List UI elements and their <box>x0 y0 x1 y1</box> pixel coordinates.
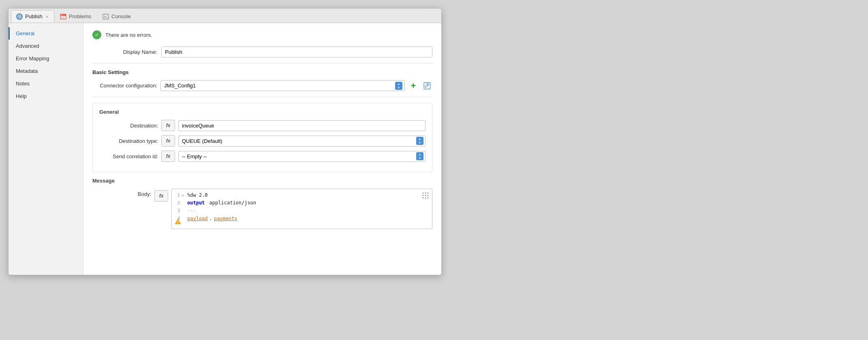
sidebar-notes-label: Notes <box>16 81 30 87</box>
code-line-3: 3 --- <box>174 207 429 215</box>
message-section-title: Message <box>92 178 432 184</box>
sidebar-help-label: Help <box>16 93 27 99</box>
body-row: Body: fx 1 ⊖ %dw 2.0 2 <box>92 189 432 229</box>
svg-rect-6 <box>61 17 64 17</box>
svg-point-12 <box>423 193 424 194</box>
destination-label: Destination: <box>99 123 158 129</box>
content-panel: ✓ There are no errors. Display Name: Bas… <box>83 23 441 275</box>
svg-point-17 <box>428 195 429 196</box>
code-text-app-json: application/json <box>210 199 257 207</box>
display-name-input[interactable] <box>161 47 432 57</box>
svg-rect-10 <box>424 83 430 89</box>
console-icon <box>103 13 109 20</box>
sidebar: General Advanced Error Mapping Metadata … <box>9 23 83 275</box>
divider-1 <box>92 63 432 64</box>
check-icon: ✓ <box>92 30 101 39</box>
scatter-button[interactable] <box>421 191 430 201</box>
tab-bar: Publish × Problems <box>9 8 441 23</box>
code-text-1: %dw 2.0 <box>187 191 208 199</box>
code-text-dashes: --- <box>187 207 196 215</box>
line-num-1: 1 <box>174 192 180 199</box>
destination-row: Destination: fx <box>99 120 425 131</box>
connector-config-select[interactable]: JMS_Config1 <box>160 80 405 91</box>
code-editor-inner: 1 ⊖ %dw 2.0 2 output application/json 3 <box>172 189 432 225</box>
general-section: General Destination: fx Destination type… <box>92 103 432 172</box>
connector-config-label: Connector configuration: <box>92 83 157 89</box>
publish-tab-icon <box>16 13 23 20</box>
svg-point-20 <box>428 198 429 199</box>
svg-text:!: ! <box>177 220 179 224</box>
fx-icon: fx <box>166 123 171 128</box>
display-name-label: Display Name: <box>92 49 157 55</box>
send-correlation-row: Send correlation id: fx -- Empty -- ▲ ▼ <box>99 151 425 162</box>
line-num-2: 2 <box>174 200 180 207</box>
sidebar-advanced-label: Advanced <box>16 43 39 49</box>
divider-2 <box>92 97 432 97</box>
code-keyword-output: output <box>187 199 208 207</box>
sidebar-item-metadata[interactable]: Metadata <box>9 65 83 77</box>
sidebar-item-error-mapping[interactable]: Error Mapping <box>9 52 83 65</box>
code-editor[interactable]: 1 ⊖ %dw 2.0 2 output application/json 3 <box>171 189 432 229</box>
basic-settings-title: Basic Settings <box>92 69 432 75</box>
sidebar-general-label: General <box>16 30 34 36</box>
tab-problems-label: Problems <box>69 13 91 19</box>
svg-point-14 <box>428 193 429 194</box>
svg-point-18 <box>423 198 424 199</box>
tab-console-label: Console <box>111 13 131 19</box>
svg-point-2 <box>19 16 20 17</box>
tab-publish-close[interactable]: × <box>45 14 49 19</box>
destination-type-row: Destination type: fx QUEUE (Default) TOP… <box>99 135 425 147</box>
sidebar-item-advanced[interactable]: Advanced <box>9 40 83 52</box>
line-collapse-1[interactable]: ⊖ <box>182 192 186 199</box>
destination-fx-button[interactable]: fx <box>161 120 175 131</box>
svg-rect-7 <box>61 18 63 19</box>
send-correlation-select[interactable]: -- Empty -- <box>178 151 425 162</box>
connector-config-row: Connector configuration: JMS_Config1 ▲ ▼… <box>92 80 432 91</box>
no-errors-bar: ✓ There are no errors. <box>92 30 432 39</box>
code-line-2: 2 output application/json <box>174 199 429 207</box>
fx-icon-4: fx <box>159 193 164 199</box>
send-correlation-label: Send correlation id: <box>99 153 158 159</box>
tab-console[interactable]: Console <box>97 10 137 23</box>
svg-line-11 <box>427 84 428 85</box>
svg-point-13 <box>425 193 426 194</box>
send-correlation-select-wrap: -- Empty -- ▲ ▼ <box>178 151 425 162</box>
main-content: General Advanced Error Mapping Metadata … <box>9 23 441 275</box>
code-dot: . <box>210 215 212 223</box>
destination-type-label: Destination type: <box>99 138 158 144</box>
display-name-row: Display Name: <box>92 47 432 57</box>
destination-type-select[interactable]: QUEUE (Default) TOPIC <box>178 136 425 147</box>
code-line-4: 4 payload.payments <box>174 215 429 223</box>
svg-point-16 <box>425 195 426 196</box>
connector-select-wrap: JMS_Config1 ▲ ▼ <box>160 80 405 91</box>
fx-icon-3: fx <box>166 153 171 159</box>
tab-publish-label: Publish <box>25 13 43 19</box>
sidebar-item-general[interactable]: General <box>9 27 83 40</box>
fx-icon-2: fx <box>166 138 171 144</box>
message-section: Message Body: fx 1 ⊖ %dw 2.0 <box>92 178 432 229</box>
destination-type-fx-button[interactable]: fx <box>161 135 175 147</box>
general-section-title: General <box>99 109 425 115</box>
body-fx-button[interactable]: fx <box>154 190 168 202</box>
code-var-payload: payload <box>187 215 208 223</box>
line-num-3: 3 <box>174 207 180 215</box>
destination-type-select-wrap: QUEUE (Default) TOPIC ▲ ▼ <box>178 136 425 147</box>
add-connector-button[interactable]: + <box>408 81 419 91</box>
sidebar-metadata-label: Metadata <box>16 68 38 74</box>
destination-input[interactable] <box>178 120 425 131</box>
tab-problems[interactable]: Problems <box>54 10 97 23</box>
no-errors-text: There are no errors. <box>105 32 152 38</box>
tab-publish[interactable]: Publish × <box>11 10 54 23</box>
sidebar-item-notes[interactable]: Notes <box>9 77 83 90</box>
sidebar-item-help[interactable]: Help <box>9 90 83 102</box>
main-window: Publish × Problems <box>8 8 442 275</box>
code-var-payments: payments <box>214 215 237 223</box>
svg-point-5 <box>61 14 62 15</box>
send-correlation-fx-button[interactable]: fx <box>161 151 175 162</box>
svg-point-15 <box>423 195 424 196</box>
sidebar-error-mapping-label: Error Mapping <box>16 55 49 62</box>
problems-icon <box>60 13 66 20</box>
code-line-1: 1 ⊖ %dw 2.0 <box>174 191 429 199</box>
svg-point-19 <box>425 198 426 199</box>
edit-connector-button[interactable] <box>422 81 432 91</box>
